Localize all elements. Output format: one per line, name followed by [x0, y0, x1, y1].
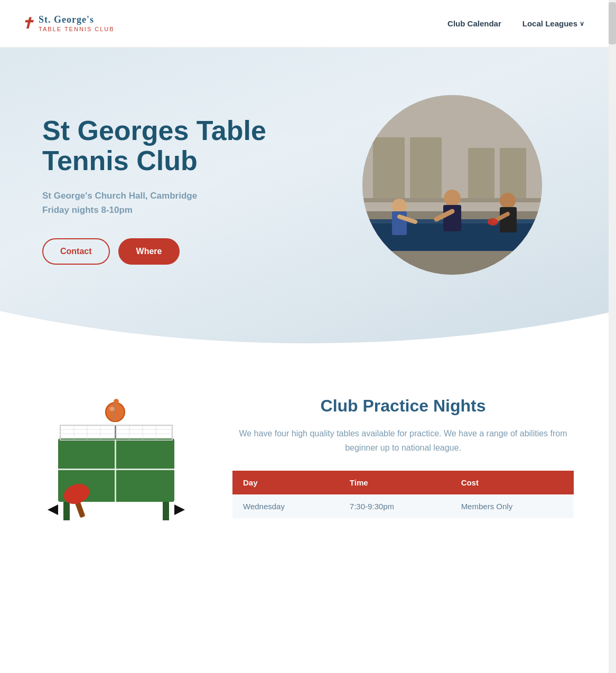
svg-marker-37 [174, 504, 185, 515]
tt-table-illustration [48, 396, 185, 523]
hero-content: St Georges Table Tennis Club St George's… [42, 116, 296, 265]
hero-section: St Georges Table Tennis Club St George's… [0, 48, 616, 343]
svg-rect-35 [163, 502, 169, 520]
logo-name-bottom: Table Tennis Club [39, 26, 115, 33]
svg-point-16 [500, 193, 516, 209]
hero-subtitle: St George's Church Hall, Cambridge Frida… [42, 189, 296, 217]
practice-table: Day Time Cost Wednesday7:30-9:30pmMember… [232, 471, 574, 518]
svg-point-43 [114, 399, 119, 404]
left-illustration [42, 386, 190, 523]
table-cell: Members Only [451, 494, 574, 518]
svg-rect-34 [63, 502, 70, 520]
practice-nights-title: Club Practice Nights [232, 396, 574, 416]
svg-rect-5 [500, 148, 526, 201]
practice-nights-desc: We have four high quality tables availab… [232, 426, 574, 455]
logo-text: St. George's Table Tennis Club [39, 14, 115, 33]
chevron-down-icon: ∨ [580, 20, 584, 27]
hero-title: St Georges Table Tennis Club [42, 116, 296, 176]
svg-point-13 [444, 190, 461, 207]
table-cell: 7:30-9:30pm [339, 494, 451, 518]
col-header-time: Time [339, 471, 451, 494]
contact-button[interactable]: Contact [42, 238, 110, 265]
hero-scene-svg [362, 95, 542, 275]
table-row: Wednesday7:30-9:30pmMembers Only [232, 494, 574, 518]
svg-rect-4 [468, 148, 494, 201]
scrollbar-thumb[interactable] [609, 2, 616, 44]
hero-time: Friday nights 8-10pm [42, 203, 296, 217]
svg-point-40 [109, 407, 115, 411]
svg-rect-17 [500, 207, 517, 232]
where-button[interactable]: Where [118, 238, 180, 265]
logo[interactable]: ✝ St. George's Table Tennis Club [21, 14, 115, 33]
svg-rect-22 [115, 438, 116, 502]
nav-club-calendar[interactable]: Club Calendar [447, 19, 501, 28]
svg-marker-36 [48, 504, 58, 515]
content-section: Club Practice Nights We have four high q… [0, 343, 616, 565]
col-header-cost: Cost [451, 471, 574, 494]
hero-image [362, 95, 542, 275]
site-header: ✝ St. George's Table Tennis Club Club Ca… [0, 0, 616, 48]
cross-icon: ✝ [21, 16, 33, 31]
nav-local-leagues-label: Local Leagues [522, 19, 577, 28]
hero-location: St George's Church Hall, Cambridge [42, 189, 296, 203]
logo-name-top: St. George's [39, 14, 115, 26]
hero-buttons: Contact Where [42, 238, 296, 265]
svg-rect-2 [373, 137, 405, 201]
main-nav: Club Calendar Local Leagues ∨ [447, 19, 584, 28]
svg-point-19 [488, 218, 498, 226]
nav-local-leagues[interactable]: Local Leagues ∨ [522, 19, 584, 28]
table-cell: Wednesday [232, 494, 339, 518]
col-header-day: Day [232, 471, 339, 494]
svg-point-10 [392, 199, 407, 213]
table-header-row: Day Time Cost [232, 471, 574, 494]
scrollbar[interactable] [609, 0, 616, 565]
svg-rect-3 [410, 137, 442, 201]
right-content: Club Practice Nights We have four high q… [232, 386, 574, 518]
svg-rect-24 [115, 425, 116, 440]
